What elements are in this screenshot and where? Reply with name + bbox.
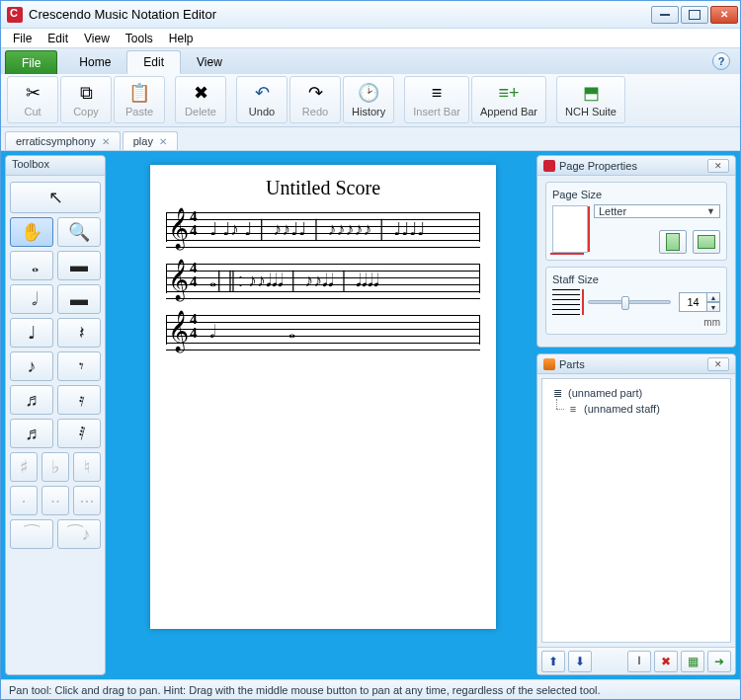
tie-tool[interactable]: ⁀ xyxy=(10,519,53,549)
window-title: Crescendo Music Notation Editor xyxy=(29,7,651,22)
ribbon-tab-view[interactable]: View xyxy=(181,50,238,74)
doc-tab-label: play xyxy=(133,135,153,147)
toolbox-header: Toolbox xyxy=(6,156,105,176)
help-icon[interactable]: ? xyxy=(712,52,730,70)
move-up-button[interactable]: ⬆ xyxy=(541,651,565,672)
step-up[interactable]: ▲ xyxy=(706,292,720,302)
ribbon-tab-file[interactable]: File xyxy=(5,50,57,74)
pointer-tool[interactable]: ↖ xyxy=(10,182,101,213)
unit-label: mm xyxy=(552,317,720,328)
add-staff-button[interactable]: ➜ xyxy=(707,651,731,672)
history-button[interactable]: 🕑 History xyxy=(343,76,394,123)
whole-rest-tool[interactable]: ▬ xyxy=(57,251,101,280)
pan-tool[interactable]: ✋ xyxy=(10,217,53,247)
whole-note-tool[interactable]: 𝅝 xyxy=(10,251,53,280)
menu-help[interactable]: Help xyxy=(161,30,202,47)
close-icon[interactable]: ✕ xyxy=(157,136,169,147)
maximize-button[interactable] xyxy=(681,6,708,24)
doc-tab-0[interactable]: erraticsymphony ✕ xyxy=(5,131,121,150)
double-dot-tool[interactable]: ·· xyxy=(41,486,69,515)
insert-bar-icon: ≡ xyxy=(425,82,449,104)
parts-tree[interactable]: ≣ (unnamed part) ≡ (unnamed staff) xyxy=(550,385,722,417)
quarter-rest-tool[interactable]: 𝄽 xyxy=(57,318,101,348)
delete-button[interactable]: ✖ Delete xyxy=(175,76,226,123)
close-button[interactable] xyxy=(710,6,738,24)
app-icon xyxy=(7,7,23,23)
page-thumb-icon xyxy=(552,205,588,253)
treble-clef-icon: 𝄞 xyxy=(168,259,189,300)
zoom-tool[interactable]: 🔍 xyxy=(57,217,101,247)
menu-view[interactable]: View xyxy=(76,30,118,47)
staff-row: 𝄞 44 𝅗𝅥 𝅝 xyxy=(166,310,480,355)
portrait-button[interactable] xyxy=(659,230,687,254)
score-page: Untitled Score 𝄞 44 ♩ ♩♪ ♩ │ ♪♪♩♩ │ ♪♪♪♪… xyxy=(150,165,496,629)
nch-icon: ⬒ xyxy=(579,82,603,104)
scissors-icon: ✂ xyxy=(21,82,44,104)
panel-close-button[interactable]: ✕ xyxy=(707,159,729,173)
add-part-button[interactable]: ▦ xyxy=(681,651,704,672)
notes: ♩ ♩♪ ♩ │ ♪♪♩♩ │ ♪♪♪♪♪ │ ♩♩♩♩ xyxy=(209,211,474,247)
half-note-tool[interactable]: 𝅗𝅥 xyxy=(10,284,53,314)
append-bar-button[interactable]: ≡+ Append Bar xyxy=(471,76,546,123)
staff-row: 𝄞 44 𝅝 │║: ♪♪♩♩♩ │ ♪♪♩♩ │ ♩♩♩♩ xyxy=(166,259,480,304)
natural-tool[interactable]: ♮ xyxy=(73,452,101,482)
parts-panel: Parts ✕ ≣ (unnamed part) ≡ (unnamed staf… xyxy=(536,353,736,675)
menu-tools[interactable]: Tools xyxy=(118,30,161,47)
redo-button[interactable]: ↷ Redo xyxy=(289,76,341,123)
staff-size-input[interactable] xyxy=(679,292,706,312)
sixteenth-note-tool[interactable]: ♬ xyxy=(10,385,53,415)
step-down[interactable]: ▼ xyxy=(706,302,720,312)
history-icon: 🕑 xyxy=(357,82,380,104)
time-signature: 44 xyxy=(190,209,198,237)
thirtysecond-rest-tool[interactable]: 𝅀 xyxy=(57,419,101,448)
chevron-down-icon: ▼ xyxy=(706,206,715,216)
undo-icon: ↶ xyxy=(250,82,274,104)
paste-button[interactable]: 📋 Paste xyxy=(114,76,165,123)
sharp-tool[interactable]: ♯ xyxy=(10,452,38,482)
page-size-select[interactable]: Letter ▼ xyxy=(594,204,720,218)
notes: 𝅗𝅥 𝅝 xyxy=(209,314,474,350)
move-down-button[interactable]: ⬇ xyxy=(568,651,592,672)
staff-size-slider[interactable] xyxy=(588,300,671,304)
menubar: File Edit View Tools Help xyxy=(1,29,740,48)
rename-button[interactable]: Ｉ xyxy=(627,651,651,672)
page-properties-panel: Page Properties ✕ Page Size Letter ▼ xyxy=(536,155,736,348)
staff-size-icon xyxy=(552,289,580,315)
insert-bar-button[interactable]: ≡ Insert Bar xyxy=(404,76,469,123)
staff-size-stepper[interactable]: ▲▼ xyxy=(679,292,720,312)
half-rest-tool[interactable]: ▬ xyxy=(57,284,101,314)
ribbon-toolbar: ✂ Cut ⧉ Copy 📋 Paste ✖ Delete ↶ Undo ↷ R… xyxy=(1,74,740,127)
sixteenth-rest-tool[interactable]: 𝄿 xyxy=(57,385,101,415)
panel-close-button[interactable]: ✕ xyxy=(707,357,729,371)
doc-tab-1[interactable]: play ✕ xyxy=(123,131,178,150)
tree-item-part[interactable]: ≣ (unnamed part) xyxy=(550,385,722,401)
cut-button[interactable]: ✂ Cut xyxy=(7,76,58,123)
doc-tab-label: erraticsymphony xyxy=(16,135,96,147)
undo-button[interactable]: ↶ Undo xyxy=(236,76,288,123)
triple-dot-tool[interactable]: ··· xyxy=(73,486,101,515)
slur-tool[interactable]: ⁀♪ xyxy=(57,519,101,549)
copy-button[interactable]: ⧉ Copy xyxy=(60,76,112,123)
dot-tool[interactable]: · xyxy=(10,486,38,515)
flat-tool[interactable]: ♭ xyxy=(41,452,69,482)
menu-edit[interactable]: Edit xyxy=(40,30,76,47)
paste-icon: 📋 xyxy=(127,82,151,104)
menu-file[interactable]: File xyxy=(5,30,40,47)
status-text: Pan tool: Click and drag to pan. Hint: D… xyxy=(9,684,601,696)
ribbon-tab-edit[interactable]: Edit xyxy=(126,50,181,74)
remove-button[interactable]: ✖ xyxy=(654,651,678,672)
close-icon[interactable]: ✕ xyxy=(100,136,112,147)
quarter-note-tool[interactable]: ♩ xyxy=(10,318,53,348)
tree-item-staff[interactable]: ≡ (unnamed staff) xyxy=(550,401,722,417)
landscape-button[interactable] xyxy=(693,230,720,254)
staff-size-label: Staff Size xyxy=(552,273,720,285)
eighth-rest-tool[interactable]: 𝄾 xyxy=(57,351,101,381)
append-bar-icon: ≡+ xyxy=(497,82,521,104)
eighth-note-tool[interactable]: ♪ xyxy=(10,351,53,381)
nch-suite-button[interactable]: ⬒ NCH Suite xyxy=(556,76,625,123)
minimize-button[interactable] xyxy=(651,6,679,24)
thirtysecond-note-tool[interactable]: ♬ xyxy=(10,419,53,448)
score-title: Untitled Score xyxy=(166,177,480,199)
ribbon-tab-home[interactable]: Home xyxy=(63,50,126,74)
score-canvas[interactable]: Untitled Score 𝄞 44 ♩ ♩♪ ♩ │ ♪♪♩♩ │ ♪♪♪♪… xyxy=(110,151,536,679)
